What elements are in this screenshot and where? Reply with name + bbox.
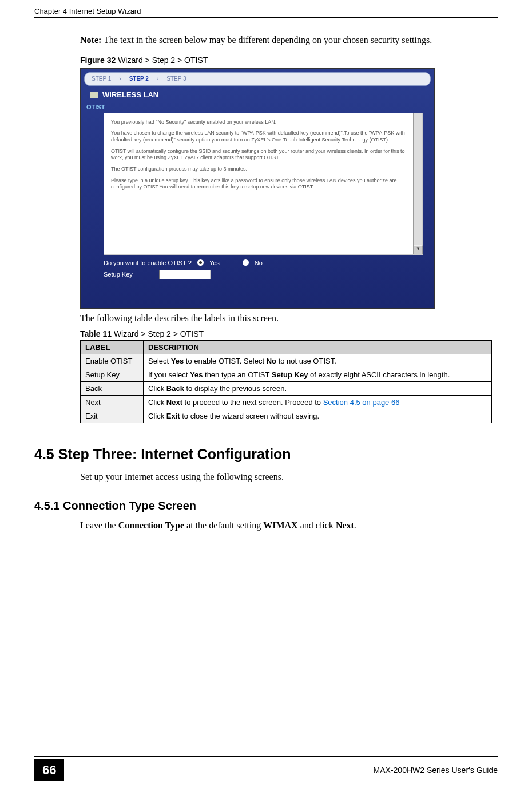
wizard-screenshot: STEP 1 › STEP 2 › STEP 3 WIRELESS LAN OT… [80, 68, 435, 309]
radio-no[interactable] [243, 259, 249, 266]
table-row: Back Click Back to display the previous … [81, 381, 492, 395]
section-4.5-text: Set up your Internet access using the fo… [80, 471, 492, 483]
row-desc: If you select Yes then type an OTIST Set… [144, 368, 492, 381]
scroll-down-icon[interactable]: ▼ [414, 245, 423, 254]
step-3: STEP 3 [166, 76, 186, 82]
table-row: Enable OTIST Select Yes to enable OTIST.… [81, 354, 492, 368]
scrollbar[interactable]: ▼ [413, 113, 422, 254]
table-caption: Table 11 Wizard > Step 2 > OTIST [80, 329, 492, 338]
otist-label: OTIST [86, 104, 434, 111]
note-label: Note: [80, 35, 101, 45]
figure-caption: Figure 32 Wizard > Step 2 > OTIST [80, 56, 492, 65]
section-title: WIRELESS LAN [90, 90, 425, 99]
page-header: Chapter 4 Internet Setup Wizard [34, 7, 498, 18]
table-intro: The following table describes the labels… [80, 313, 492, 323]
row-label: Next [81, 395, 144, 409]
note-text: Note: The text in the screen below may b… [80, 34, 492, 46]
table-row: Exit Click Exit to close the wizard scre… [81, 409, 492, 423]
row-desc: Click Next to proceed to the next screen… [144, 395, 492, 409]
table-row: Setup Key If you select Yes then type an… [81, 368, 492, 381]
row-label: Enable OTIST [81, 354, 144, 368]
table-row: Next Click Next to proceed to the next s… [81, 395, 492, 409]
section-4.5.1-text: Leave the Connection Type at the default… [80, 519, 492, 532]
setup-key-row: Setup Key [104, 270, 423, 279]
step-arrow: › [157, 76, 158, 82]
chapter-title: Chapter 4 Internet Setup Wizard [34, 7, 141, 15]
figure-label: Figure 32 [80, 56, 116, 65]
step-2-active: STEP 2 [129, 76, 149, 82]
enable-otist-row: Do you want to enable OTIST ? Yes No [104, 259, 423, 266]
row-desc: Select Yes to enable OTIST. Select No to… [144, 354, 492, 368]
info-para: OTIST will automatically configure the S… [111, 148, 415, 161]
col-label: LABEL [81, 340, 144, 354]
info-para: The OTIST configuration process may take… [111, 166, 415, 173]
row-label: Back [81, 381, 144, 395]
yes-label: Yes [209, 259, 220, 266]
setup-key-input[interactable] [159, 270, 211, 279]
row-desc: Click Back to display the previous scree… [144, 381, 492, 395]
page-footer: 66 MAX-200HW2 Series User's Guide [34, 756, 498, 781]
step-arrow: › [119, 76, 121, 82]
section-link[interactable]: Section 4.5 on page 66 [323, 398, 400, 407]
col-description: DESCRIPTION [144, 340, 492, 354]
info-para: You have chosen to change the wireless L… [111, 130, 415, 143]
radio-yes[interactable] [197, 259, 204, 266]
info-para: Please type in a unique setup key. This … [111, 177, 415, 191]
info-para: You previously had "No Security" securit… [111, 119, 415, 126]
step-1: STEP 1 [92, 76, 111, 82]
enable-question: Do you want to enable OTIST ? [104, 259, 192, 266]
no-label: No [255, 259, 263, 266]
folder-icon [90, 92, 98, 98]
table-label: Table 11 [80, 329, 112, 338]
setup-key-label: Setup Key [104, 271, 133, 278]
info-textbox: You previously had "No Security" securit… [104, 113, 423, 255]
row-label: Exit [81, 409, 144, 423]
description-table: LABEL DESCRIPTION Enable OTIST Select Ye… [80, 340, 492, 423]
guide-name: MAX-200HW2 Series User's Guide [374, 766, 498, 775]
step-bar: STEP 1 › STEP 2 › STEP 3 [84, 72, 431, 86]
section-4.5.1-heading: 4.5.1 Connection Type Screen [34, 499, 492, 512]
row-desc: Click Exit to close the wizard screen wi… [144, 409, 492, 423]
section-4.5-heading: 4.5 Step Three: Internet Configuration [34, 446, 492, 463]
page-number: 66 [34, 759, 64, 781]
row-label: Setup Key [81, 368, 144, 381]
